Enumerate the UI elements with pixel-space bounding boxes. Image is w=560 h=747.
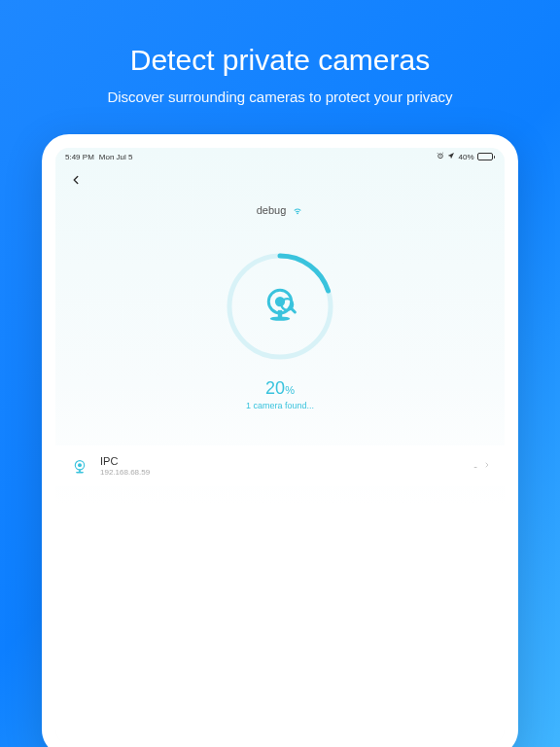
chevron-right-icon [483, 459, 491, 473]
scanner-area: 20% 1 camera found... [55, 229, 505, 428]
battery-percent: 40% [458, 153, 473, 161]
back-button[interactable] [69, 171, 83, 194]
svg-point-1 [298, 213, 298, 214]
scan-progress-value: 20 [265, 378, 285, 398]
scan-found-text: 1 camera found... [55, 401, 505, 410]
hero-title: Detect private cameras [19, 44, 541, 77]
screen: 5:49 PM Mon Jul 5 40% [55, 148, 505, 743]
network-row: debug [55, 197, 505, 229]
network-ssid: debug [257, 204, 287, 216]
device-status: - [473, 460, 477, 472]
scan-progress-unit: % [285, 384, 295, 396]
status-time: 5:49 PM [65, 153, 94, 161]
scanner-progress-ring [222, 248, 338, 365]
location-icon [447, 152, 455, 161]
camera-search-icon [259, 283, 301, 330]
tablet-frame: 5:49 PM Mon Jul 5 40% [42, 134, 518, 747]
scan-progress: 20% [55, 378, 505, 399]
camera-icon [69, 455, 90, 477]
wifi-icon [292, 201, 303, 219]
status-bar: 5:49 PM Mon Jul 5 40% [55, 148, 505, 163]
device-row[interactable]: IPC 192.168.68.59 - [55, 445, 505, 486]
svg-point-7 [275, 297, 285, 306]
battery-icon [477, 153, 496, 160]
device-list: IPC 192.168.68.59 - [55, 445, 505, 486]
hero-subtitle: Discover surrounding cameras to protect … [19, 89, 541, 105]
device-ip: 192.168.68.59 [100, 468, 464, 477]
svg-line-9 [292, 308, 296, 312]
status-date: Mon Jul 5 [99, 153, 133, 161]
alarm-icon [437, 152, 444, 161]
device-name: IPC [100, 455, 464, 467]
svg-point-13 [78, 463, 82, 467]
